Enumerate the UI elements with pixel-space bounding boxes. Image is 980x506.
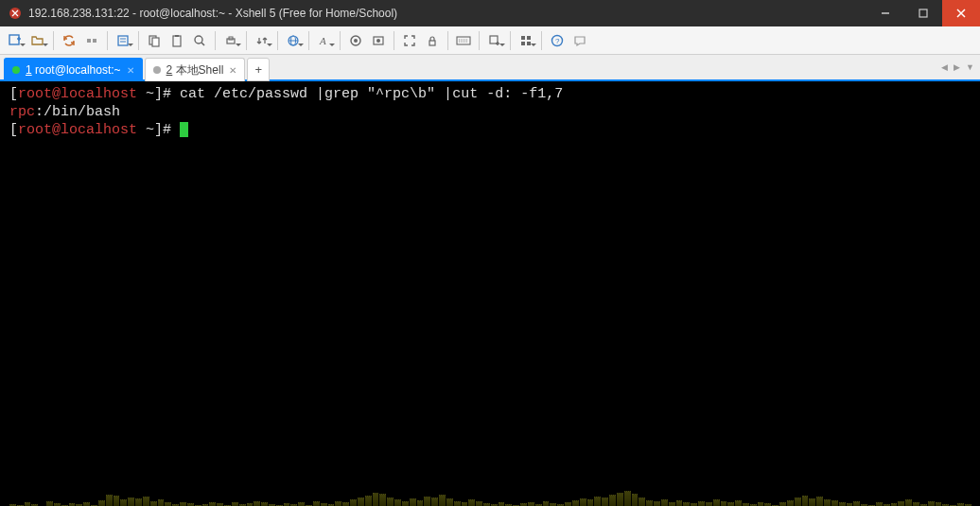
app-icon — [8, 6, 23, 21]
copy-button[interactable] — [143, 29, 166, 52]
tab-scroll-left-icon[interactable]: ◀ — [939, 61, 950, 74]
minimize-button[interactable] — [866, 0, 904, 26]
cursor — [180, 122, 188, 137]
disconnect-icon[interactable] — [80, 29, 103, 52]
tab-session-2[interactable]: 2 本地Shell ✕ — [145, 58, 246, 81]
svg-rect-14 — [175, 35, 179, 37]
svg-rect-12 — [152, 38, 159, 46]
new-tab-button[interactable]: + — [247, 58, 270, 81]
svg-rect-37 — [527, 42, 531, 45]
tab-list-dropdown-icon[interactable]: ▼ — [964, 61, 976, 74]
paste-button[interactable] — [166, 29, 188, 52]
status-dot-icon — [12, 66, 20, 74]
svg-rect-35 — [527, 36, 531, 40]
svg-text:A: A — [319, 35, 326, 46]
find-button[interactable] — [188, 29, 211, 52]
highlight-button[interactable] — [367, 29, 390, 52]
svg-rect-7 — [93, 39, 96, 43]
svg-line-16 — [201, 43, 204, 45]
new-window-button[interactable] — [483, 29, 506, 52]
lock-icon[interactable] — [421, 29, 444, 52]
svg-rect-28 — [457, 37, 470, 44]
globe-button[interactable] — [282, 29, 305, 52]
status-dot-icon — [153, 66, 161, 74]
prompt-user: root@localhost — [18, 86, 137, 102]
svg-rect-3 — [9, 35, 19, 44]
svg-rect-27 — [429, 41, 435, 45]
transfer-button[interactable] — [251, 29, 273, 52]
tab-close-icon[interactable]: ✕ — [127, 65, 134, 76]
svg-rect-34 — [521, 36, 525, 40]
tab-label: 2 本地Shell — [166, 62, 224, 79]
keyboard-icon[interactable] — [452, 29, 475, 52]
window-title: 192.168.238.131:22 - root@localhost:~ - … — [28, 7, 866, 20]
window-titlebar: 192.168.238.131:22 - root@localhost:~ - … — [0, 0, 980, 26]
svg-point-15 — [195, 36, 202, 44]
svg-rect-6 — [87, 39, 91, 43]
maximize-button[interactable] — [904, 0, 942, 26]
svg-rect-13 — [173, 36, 181, 46]
svg-point-26 — [376, 39, 380, 43]
tab-scroll-controls[interactable]: ◀ ▶ ▼ — [939, 55, 976, 79]
comment-icon[interactable] — [569, 29, 591, 52]
tab-strip: 1 root@localhost:~ ✕ 2 本地Shell ✕ + ◀ ▶ ▼ — [0, 55, 980, 81]
open-button[interactable] — [26, 29, 49, 52]
audio-visualizer — [0, 450, 980, 506]
svg-rect-2 — [919, 9, 927, 17]
tab-session-1[interactable]: 1 root@localhost:~ ✕ — [4, 58, 143, 81]
font-button[interactable]: A — [313, 29, 336, 52]
reconnect-icon[interactable] — [58, 29, 80, 52]
svg-text:?: ? — [555, 37, 560, 45]
command-text: cat /etc/passwd |grep "^rpc\b" |cut -d: … — [180, 86, 563, 102]
fullscreen-button[interactable] — [398, 29, 421, 52]
terminal[interactable]: [root@localhost ~]# cat /etc/passwd |gre… — [0, 81, 980, 506]
close-button[interactable] — [942, 0, 980, 26]
help-icon[interactable]: ? — [546, 29, 569, 52]
new-session-button[interactable] — [4, 29, 26, 52]
tab-close-icon[interactable]: ✕ — [229, 65, 236, 76]
tab-scroll-right-icon[interactable]: ▶ — [952, 61, 962, 74]
tab-label: 1 root@localhost:~ — [26, 63, 121, 77]
svg-rect-36 — [521, 42, 525, 45]
properties-button[interactable] — [112, 29, 134, 52]
layout-button[interactable] — [515, 29, 537, 52]
grep-match: rpc — [9, 104, 35, 120]
color-button[interactable] — [344, 29, 367, 52]
svg-rect-8 — [118, 36, 128, 45]
svg-rect-31 — [490, 36, 498, 44]
toolbar: A ? — [0, 26, 980, 55]
prompt-user: root@localhost — [18, 122, 137, 138]
svg-point-24 — [354, 39, 358, 43]
print-button[interactable] — [219, 29, 242, 52]
